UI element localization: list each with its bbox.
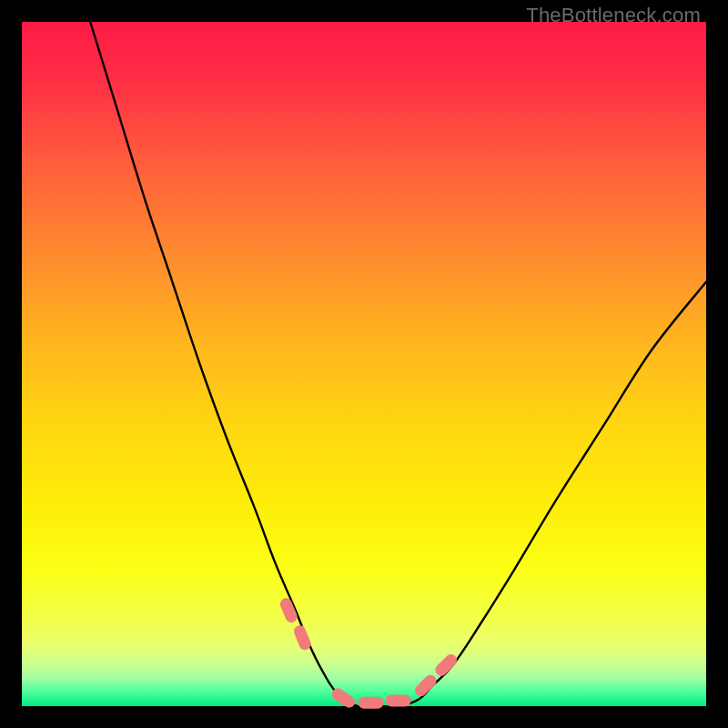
- chart-svg: [22, 22, 706, 706]
- marker-bottom-plateau-c: [386, 694, 411, 706]
- bottleneck-curve: [90, 22, 706, 707]
- marker-bottom-plateau-b: [359, 697, 384, 709]
- chart-frame: TheBottleneck.com: [0, 0, 728, 728]
- marker-group: [278, 596, 460, 710]
- watermark-text: TheBottleneck.com: [526, 4, 701, 27]
- marker-left-cluster-b: [292, 623, 312, 652]
